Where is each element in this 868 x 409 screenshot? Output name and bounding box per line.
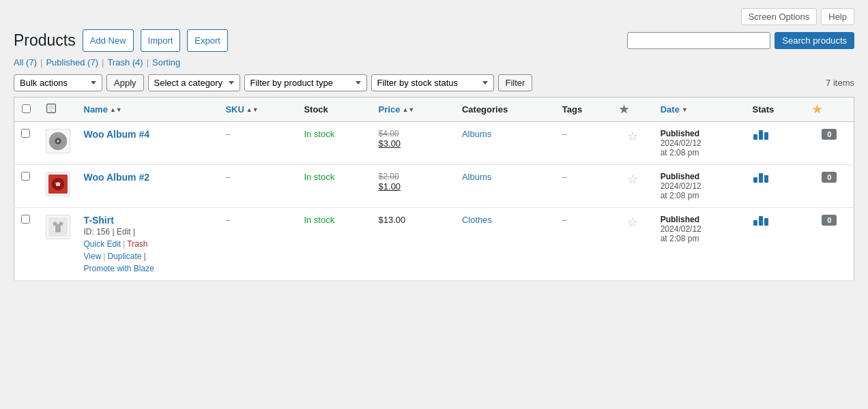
col-thumb bbox=[39, 97, 77, 122]
date-published: Published 2024/02/12 at 2:08 pm bbox=[661, 215, 739, 243]
row-checkbox[interactable] bbox=[21, 129, 30, 138]
products-table: Name ▲▼ SKU ▲▼ Stock Price ▲▼ bbox=[14, 97, 854, 281]
stats-bar[interactable] bbox=[753, 172, 798, 184]
filter-all[interactable]: All (7) bbox=[14, 57, 37, 67]
badge-count: 0 bbox=[822, 172, 837, 183]
row-checkbox[interactable] bbox=[21, 172, 30, 181]
svg-rect-19 bbox=[764, 218, 768, 226]
import-button[interactable]: Import bbox=[141, 29, 181, 52]
stats-bar[interactable] bbox=[753, 215, 798, 227]
row-name-cell: T-Shirt ID: 156 | Edit | Quick Edit|Tras… bbox=[77, 208, 219, 281]
row-name-cell: Woo Album #2 bbox=[77, 165, 219, 208]
row-date-cell: Published 2024/02/12 at 2:08 pm bbox=[654, 165, 746, 208]
svg-rect-8 bbox=[764, 132, 768, 140]
edit-link[interactable]: Edit bbox=[117, 227, 131, 237]
stock-status-select[interactable]: Filter by stock status bbox=[371, 74, 494, 91]
row-sku-cell: – bbox=[218, 165, 297, 208]
category-link[interactable]: Clothes bbox=[462, 215, 492, 225]
row-badge-cell: 0 bbox=[805, 208, 854, 281]
add-new-button[interactable]: Add New bbox=[83, 29, 134, 52]
col-name[interactable]: Name ▲▼ bbox=[77, 97, 219, 122]
row-date-cell: Published 2024/02/12 at 2:08 pm bbox=[654, 122, 746, 165]
sep2: | bbox=[102, 57, 104, 67]
filter-trash[interactable]: Trash (4) bbox=[107, 57, 143, 67]
row-stats-cell bbox=[746, 165, 805, 208]
filter-sorting[interactable]: Sorting bbox=[152, 57, 180, 67]
svg-rect-6 bbox=[753, 134, 757, 140]
bulk-actions-select[interactable]: Bulk actions bbox=[14, 74, 102, 91]
row-stock-cell: In stock bbox=[297, 122, 371, 165]
promote-link[interactable]: Promote with Blaze bbox=[84, 264, 154, 273]
row-thumb-cell: W bbox=[39, 165, 77, 208]
category-link[interactable]: Albums bbox=[462, 129, 491, 139]
tablenav: Bulk actions Apply Select a category Fil… bbox=[14, 74, 854, 91]
row-checkbox[interactable] bbox=[21, 215, 30, 224]
product-type-select[interactable]: Filter by product type bbox=[244, 74, 367, 91]
filter-published[interactable]: Published (7) bbox=[46, 57, 98, 67]
col-stock: Stock bbox=[297, 97, 371, 122]
search-input[interactable] bbox=[627, 32, 770, 49]
stats-bar[interactable] bbox=[753, 129, 798, 141]
svg-text:W: W bbox=[55, 182, 61, 188]
duplicate-link[interactable]: Duplicate bbox=[107, 252, 141, 261]
row-name-cell: Woo Album #4 bbox=[77, 122, 219, 165]
sort-name-link[interactable]: Name ▲▼ bbox=[84, 104, 122, 115]
row-badge-cell: 0 bbox=[805, 122, 854, 165]
svg-rect-14 bbox=[759, 173, 763, 183]
row-featured-cell: ☆ bbox=[612, 122, 654, 165]
filter-button[interactable]: Filter bbox=[498, 74, 533, 91]
row-categories-cell: Clothes bbox=[455, 208, 555, 281]
price-regular: $13.00 bbox=[379, 215, 406, 225]
trash-link[interactable]: Trash bbox=[127, 239, 147, 249]
tags-value: – bbox=[562, 129, 567, 139]
col-date[interactable]: Date ▼ bbox=[654, 97, 746, 122]
product-name-link[interactable]: Woo Album #4 bbox=[84, 129, 149, 140]
col-stats: Stats bbox=[746, 97, 805, 122]
search-products-button[interactable]: Search products bbox=[775, 32, 854, 49]
row-categories-cell: Albums bbox=[455, 165, 555, 208]
product-thumbnail bbox=[46, 129, 70, 153]
sku-value: – bbox=[225, 129, 230, 139]
featured-star[interactable]: ☆ bbox=[627, 215, 638, 229]
view-link[interactable]: View bbox=[84, 252, 102, 261]
row-checkbox-cell bbox=[14, 122, 39, 165]
category-link[interactable]: Albums bbox=[462, 172, 491, 182]
sort-name-icon: ▲▼ bbox=[110, 106, 122, 113]
price-sale[interactable]: $3.00 bbox=[379, 138, 448, 149]
badge-count: 0 bbox=[822, 215, 837, 226]
col-price[interactable]: Price ▲▼ bbox=[372, 97, 455, 122]
col-badge: ★ bbox=[805, 97, 854, 122]
price-original: $2.00 bbox=[379, 172, 448, 181]
product-name-link[interactable]: Woo Album #2 bbox=[84, 172, 149, 183]
help-button[interactable]: Help bbox=[821, 8, 854, 25]
category-select[interactable]: Select a category bbox=[148, 74, 240, 91]
row-featured-cell: ☆ bbox=[612, 165, 654, 208]
tags-value: – bbox=[562, 172, 567, 182]
export-button[interactable]: Export bbox=[187, 29, 228, 52]
col-checkbox bbox=[14, 97, 39, 122]
row-stats-cell bbox=[746, 122, 805, 165]
sort-sku-link[interactable]: SKU ▲▼ bbox=[225, 104, 258, 115]
product-name-link[interactable]: T-Shirt bbox=[84, 215, 114, 226]
sort-date-link[interactable]: Date ▼ bbox=[661, 104, 688, 115]
price-sale[interactable]: $1.00 bbox=[379, 181, 448, 192]
items-count: 7 items bbox=[826, 78, 854, 88]
select-all-checkbox[interactable] bbox=[22, 104, 31, 113]
apply-button[interactable]: Apply bbox=[106, 74, 144, 91]
quick-edit-link[interactable]: Quick Edit bbox=[84, 239, 121, 249]
screen-options-button[interactable]: Screen Options bbox=[741, 8, 818, 25]
date-published: Published 2024/02/12 at 2:08 pm bbox=[661, 172, 739, 200]
svg-rect-17 bbox=[753, 220, 757, 226]
row-actions-2: View|Duplicate | bbox=[84, 252, 212, 261]
featured-star[interactable]: ☆ bbox=[627, 172, 638, 186]
featured-star[interactable]: ☆ bbox=[627, 130, 638, 143]
row-price-cell: $13.00 bbox=[372, 208, 455, 281]
col-sku[interactable]: SKU ▲▼ bbox=[218, 97, 297, 122]
row-date-cell: Published 2024/02/12 at 2:08 pm bbox=[654, 208, 746, 281]
sort-price-icon: ▲▼ bbox=[402, 106, 414, 113]
sort-price-link[interactable]: Price ▲▼ bbox=[379, 104, 415, 115]
row-checkbox-cell bbox=[14, 208, 39, 281]
row-stats-cell bbox=[746, 208, 805, 281]
row-badge-cell: 0 bbox=[805, 165, 854, 208]
row-tags-cell: – bbox=[555, 165, 612, 208]
